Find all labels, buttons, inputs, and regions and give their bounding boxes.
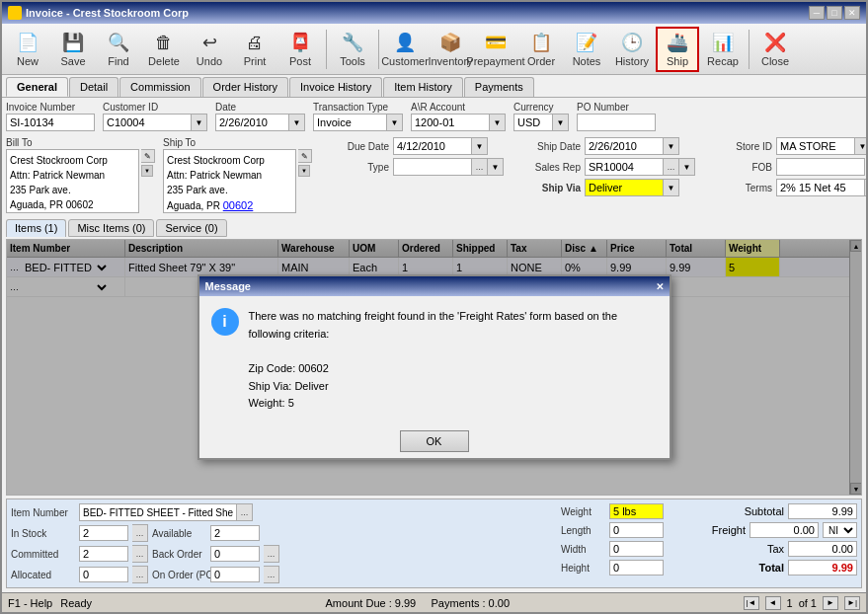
toolbar-separator bbox=[326, 30, 327, 69]
sales-rep-btn[interactable]: … bbox=[664, 158, 679, 176]
invoice-number-input[interactable] bbox=[6, 114, 95, 131]
on-order-btn[interactable]: … bbox=[264, 566, 279, 583]
transaction-type-btn[interactable]: ▼ bbox=[387, 114, 403, 131]
committed-input[interactable] bbox=[79, 546, 128, 562]
ship-via-label: Ship Via bbox=[512, 183, 581, 193]
in-stock-input[interactable] bbox=[79, 525, 128, 541]
transaction-type-input[interactable] bbox=[313, 114, 387, 131]
store-id-input[interactable] bbox=[776, 137, 855, 155]
due-date-input[interactable] bbox=[393, 137, 472, 155]
tab-general[interactable]: General bbox=[6, 77, 68, 97]
width-input[interactable] bbox=[609, 541, 664, 557]
recap-button[interactable]: 📊 Recap bbox=[701, 27, 745, 72]
terms-btn[interactable]: ▼ bbox=[865, 179, 866, 196]
type-input[interactable] bbox=[393, 158, 472, 176]
po-number-input[interactable] bbox=[577, 114, 656, 131]
date-btn[interactable]: ▼ bbox=[289, 114, 305, 131]
save-button[interactable]: 💾 Save bbox=[51, 27, 95, 72]
committed-btn[interactable]: … bbox=[132, 545, 148, 563]
tools-button[interactable]: 🔧 Tools bbox=[331, 27, 374, 72]
freight-type-select[interactable]: NI bbox=[823, 522, 857, 538]
order-button[interactable]: 📋 Order bbox=[519, 27, 563, 72]
allocated-btn[interactable]: … bbox=[132, 566, 148, 583]
tab-item-history[interactable]: Item History bbox=[383, 77, 463, 97]
tab-detail[interactable]: Detail bbox=[69, 77, 118, 97]
minimize-button[interactable]: ─ bbox=[809, 6, 825, 20]
back-order-input[interactable] bbox=[210, 546, 260, 562]
back-order-btn[interactable]: … bbox=[264, 545, 279, 563]
post-button[interactable]: 📮 Post bbox=[278, 27, 322, 72]
history-button[interactable]: 🕒 History bbox=[610, 27, 654, 72]
customer-id-btn[interactable]: ▼ bbox=[192, 114, 207, 131]
type-btn2[interactable]: ▼ bbox=[488, 158, 504, 176]
prepayment-button[interactable]: 💳 Prepayment bbox=[474, 27, 517, 72]
notes-button[interactable]: 📝 Notes bbox=[565, 27, 608, 72]
order-label: Order bbox=[527, 55, 555, 67]
width-label: Width bbox=[561, 544, 605, 555]
available-input[interactable] bbox=[210, 525, 260, 541]
customer-button[interactable]: 👤 Customer bbox=[383, 27, 427, 72]
currency-btn[interactable]: ▼ bbox=[553, 114, 569, 131]
ship-date-btn[interactable]: ▼ bbox=[664, 137, 679, 155]
close-button[interactable]: ❌ Close bbox=[753, 27, 797, 72]
items-tab-service[interactable]: Service (0) bbox=[156, 219, 226, 237]
ship-to-edit-btn[interactable]: ✎ bbox=[298, 149, 312, 163]
store-id-btn[interactable]: ▼ bbox=[855, 137, 866, 155]
tab-invoice-history[interactable]: Invoice History bbox=[289, 77, 382, 97]
prev-page-btn[interactable]: ◄ bbox=[765, 596, 781, 610]
total-value[interactable] bbox=[788, 560, 857, 576]
save-label: Save bbox=[60, 55, 85, 67]
message-body-text: There was no matching freight found in t… bbox=[249, 310, 618, 340]
first-page-btn[interactable]: |◄ bbox=[744, 596, 759, 610]
tab-order-history[interactable]: Order History bbox=[202, 77, 288, 97]
tax-value[interactable] bbox=[788, 541, 857, 557]
ar-account-input[interactable] bbox=[411, 114, 490, 131]
weight-input[interactable] bbox=[609, 503, 664, 519]
delete-button[interactable]: 🗑 Delete bbox=[142, 27, 186, 72]
date-input[interactable] bbox=[215, 114, 289, 131]
ok-button[interactable]: OK bbox=[400, 430, 469, 452]
tab-payments[interactable]: Payments bbox=[464, 77, 534, 97]
last-page-btn[interactable]: ►| bbox=[844, 596, 860, 610]
item-number-bottom-btn[interactable]: … bbox=[237, 503, 253, 521]
items-tab-items[interactable]: Items (1) bbox=[6, 219, 66, 237]
new-button[interactable]: 📄 New bbox=[6, 27, 49, 72]
bill-to-edit-btn[interactable]: ✎ bbox=[141, 149, 155, 163]
print-button[interactable]: 🖨 Print bbox=[233, 27, 276, 72]
ship-via-btn[interactable]: ▼ bbox=[664, 179, 679, 196]
ar-account-btn[interactable]: ▼ bbox=[490, 114, 506, 131]
undo-button[interactable]: ↩ Undo bbox=[188, 27, 231, 72]
maximize-button[interactable]: □ bbox=[827, 6, 842, 20]
on-order-input[interactable] bbox=[210, 567, 260, 582]
ship-button[interactable]: 🚢 Ship bbox=[656, 27, 699, 72]
ship-date-input[interactable] bbox=[585, 137, 664, 155]
bill-to-scroll[interactable]: ▼ bbox=[141, 165, 153, 177]
subtotal-value[interactable] bbox=[788, 503, 857, 519]
sales-rep-btn2[interactable]: ▼ bbox=[679, 158, 695, 176]
terms-input[interactable] bbox=[776, 179, 865, 196]
sales-rep-field: … ▼ bbox=[585, 158, 695, 176]
next-page-btn[interactable]: ► bbox=[823, 596, 838, 610]
form-row-1: Invoice Number Customer ID ▼ Date ▼ bbox=[6, 102, 862, 131]
customer-id-input[interactable] bbox=[103, 114, 192, 131]
tab-commission[interactable]: Commission bbox=[119, 77, 201, 97]
find-button[interactable]: 🔍 Find bbox=[97, 27, 140, 72]
sales-rep-input[interactable] bbox=[585, 158, 664, 176]
type-btn[interactable]: … bbox=[472, 158, 488, 176]
allocated-input[interactable] bbox=[79, 567, 128, 582]
allocated-label: Allocated bbox=[11, 570, 75, 580]
height-input[interactable] bbox=[609, 560, 664, 576]
message-close-btn[interactable]: ✕ bbox=[656, 281, 664, 292]
in-stock-btn[interactable]: … bbox=[132, 524, 148, 542]
length-input[interactable] bbox=[609, 522, 664, 538]
history-icon: 🕒 bbox=[620, 31, 644, 54]
ship-to-scroll[interactable]: ▼ bbox=[298, 165, 310, 177]
currency-input[interactable] bbox=[513, 114, 553, 131]
close-window-button[interactable]: ✕ bbox=[844, 6, 860, 20]
item-number-bottom-input[interactable] bbox=[79, 503, 237, 521]
due-date-btn[interactable]: ▼ bbox=[472, 137, 488, 155]
fob-input[interactable] bbox=[776, 158, 865, 176]
items-tab-misc[interactable]: Misc Items (0) bbox=[68, 219, 154, 237]
ship-via-input[interactable] bbox=[585, 179, 664, 196]
freight-value[interactable] bbox=[750, 522, 819, 538]
